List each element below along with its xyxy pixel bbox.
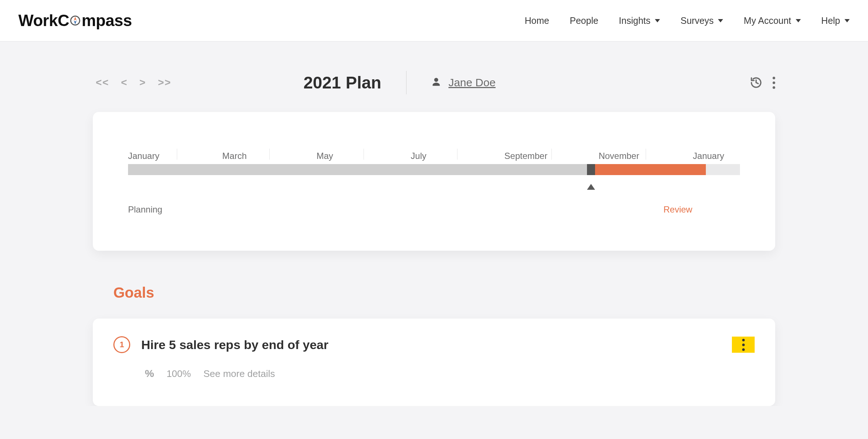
percent-icon: % bbox=[145, 368, 154, 380]
plan-pager: << < > >> bbox=[93, 77, 171, 88]
page: << < > >> 2021 Plan Jane Doe bbox=[93, 41, 775, 406]
kebab-icon bbox=[742, 339, 745, 351]
goals-section-title: Goals bbox=[113, 284, 775, 301]
plan-actions bbox=[750, 76, 775, 89]
timeline-phase-labels: Planning Review bbox=[128, 204, 740, 218]
goal-subrow: % 100% See more details bbox=[145, 368, 755, 380]
main-nav: Home People Insights Surveys My Account … bbox=[525, 15, 850, 26]
timeline-review-segment bbox=[595, 164, 706, 175]
kebab-icon bbox=[773, 77, 775, 89]
phase-planning: Planning bbox=[128, 204, 162, 215]
history-icon[interactable] bbox=[750, 76, 762, 89]
phase-review[interactable]: Review bbox=[664, 204, 693, 215]
person-icon bbox=[431, 77, 441, 88]
timeline: January March May July September Novembe… bbox=[104, 129, 764, 234]
goal-menu-button[interactable] bbox=[732, 337, 755, 353]
brand-logo[interactable]: WorkC mpass bbox=[18, 11, 132, 30]
goal-title: Hire 5 sales reps by end of year bbox=[141, 338, 328, 352]
brand-suffix: mpass bbox=[81, 11, 132, 30]
nav-home-label: Home bbox=[525, 15, 549, 26]
pager-last[interactable]: >> bbox=[158, 77, 171, 88]
topbar: WorkC mpass Home People Insights Surveys… bbox=[0, 0, 868, 41]
goal-percent: 100% bbox=[167, 368, 191, 380]
nav-surveys[interactable]: Surveys bbox=[681, 15, 723, 26]
plan-title: 2021 Plan bbox=[303, 73, 381, 92]
pager-prev[interactable]: < bbox=[121, 77, 128, 88]
timeline-card: January March May July September Novembe… bbox=[93, 112, 775, 251]
month-label: May bbox=[317, 151, 333, 161]
month-label: November bbox=[599, 151, 639, 161]
nav-home[interactable]: Home bbox=[525, 15, 549, 26]
chevron-down-icon bbox=[718, 19, 723, 22]
nav-help-label: Help bbox=[821, 15, 840, 26]
pager-next[interactable]: > bbox=[139, 77, 146, 88]
nav-insights[interactable]: Insights bbox=[619, 15, 660, 26]
month-label: March bbox=[222, 151, 247, 161]
chevron-down-icon bbox=[796, 19, 801, 22]
month-label: July bbox=[411, 151, 427, 161]
see-more-details[interactable]: See more details bbox=[203, 368, 275, 380]
plan-user-name[interactable]: Jane Doe bbox=[448, 76, 495, 89]
current-date-indicator bbox=[587, 184, 595, 190]
timeline-month-labels: January March May July September Novembe… bbox=[128, 151, 740, 164]
timeline-current-marker bbox=[587, 164, 595, 175]
nav-surveys-label: Surveys bbox=[681, 15, 714, 26]
goal-number: 1 bbox=[113, 336, 130, 353]
nav-account[interactable]: My Account bbox=[744, 15, 800, 26]
nav-account-label: My Account bbox=[744, 15, 791, 26]
timeline-future-segment bbox=[706, 164, 740, 175]
nav-people-label: People bbox=[570, 15, 598, 26]
month-label: January bbox=[128, 151, 159, 161]
timeline-bar bbox=[128, 164, 740, 175]
chevron-down-icon bbox=[655, 19, 660, 22]
compass-icon bbox=[70, 15, 81, 26]
timeline-marker-row bbox=[128, 184, 740, 199]
brand-prefix: WorkC bbox=[18, 11, 69, 30]
nav-insights-label: Insights bbox=[619, 15, 650, 26]
goal-header: 1 Hire 5 sales reps by end of year bbox=[113, 336, 755, 353]
pager-first[interactable]: << bbox=[96, 77, 109, 88]
plan-header: << < > >> 2021 Plan Jane Doe bbox=[93, 71, 775, 94]
goal-card: 1 Hire 5 sales reps by end of year % 100… bbox=[93, 319, 775, 406]
divider bbox=[406, 71, 406, 94]
svg-marker-2 bbox=[74, 21, 77, 24]
chevron-down-icon bbox=[845, 19, 850, 22]
more-menu[interactable] bbox=[773, 77, 775, 89]
plan-user: Jane Doe bbox=[431, 76, 495, 89]
month-label: September bbox=[504, 151, 547, 161]
month-label: January bbox=[693, 151, 724, 161]
nav-people[interactable]: People bbox=[570, 15, 598, 26]
nav-help[interactable]: Help bbox=[821, 15, 850, 26]
svg-marker-1 bbox=[74, 17, 77, 21]
